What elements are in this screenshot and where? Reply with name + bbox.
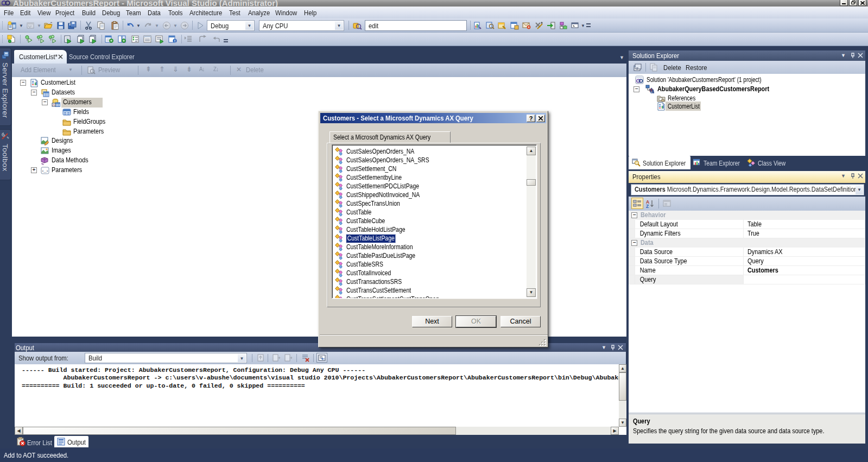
svg-text:!: ! <box>174 39 176 43</box>
svg-text:‹..›: ‹..› <box>42 168 48 174</box>
svg-text:Z: Z <box>646 204 649 208</box>
